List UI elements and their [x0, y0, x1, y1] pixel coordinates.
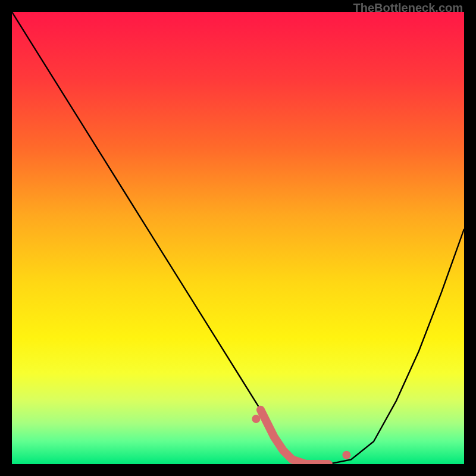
marker-dot	[252, 415, 260, 423]
optimal-region-marker	[261, 410, 328, 464]
plot-area	[12, 12, 464, 464]
marker-dot	[342, 451, 350, 459]
bottleneck-curve	[12, 12, 464, 464]
watermark-text: TheBottleneck.com	[353, 1, 463, 15]
chart-container: TheBottleneck.com	[0, 0, 476, 476]
